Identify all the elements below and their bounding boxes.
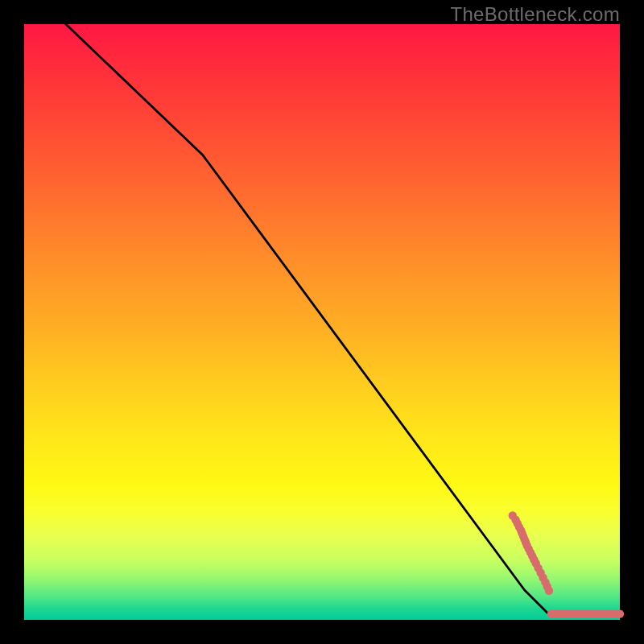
- chart-stage: TheBottleneck.com: [0, 0, 644, 644]
- watermark-label: TheBottleneck.com: [450, 3, 620, 26]
- data-point: [616, 609, 624, 617]
- chart-overlay: [24, 24, 620, 620]
- data-point: [545, 587, 553, 595]
- plot-area: [24, 24, 620, 620]
- scatter-points: [509, 511, 625, 618]
- bottleneck-curve: [66, 24, 620, 614]
